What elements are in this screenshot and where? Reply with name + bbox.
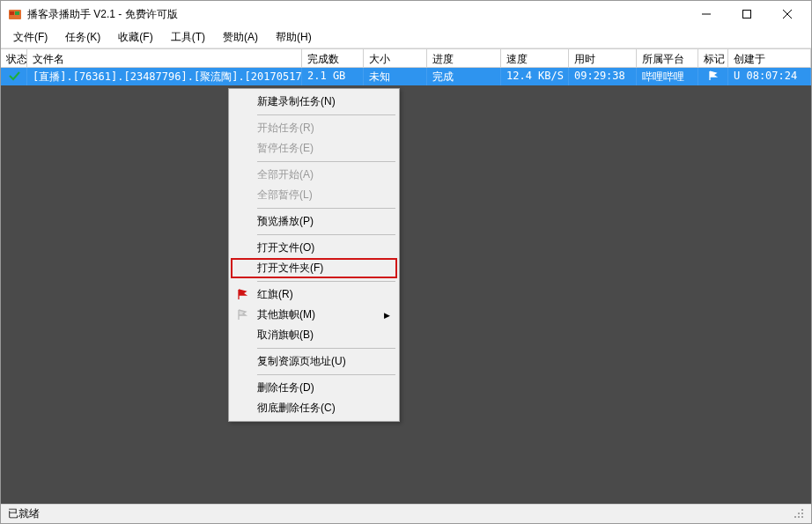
close-button[interactable] (767, 1, 808, 27)
ctx-delete[interactable]: 删除任务(D) (231, 378, 397, 398)
ctx-sep (257, 374, 395, 375)
ctx-sep (257, 114, 395, 115)
resize-grip-icon[interactable] (792, 506, 804, 521)
svg-point-7 (801, 509, 803, 511)
col-plat[interactable]: 所属平台 (637, 49, 698, 67)
menu-fav[interactable]: 收藏(F) (114, 28, 156, 47)
col-name[interactable]: 文件名 (27, 49, 302, 67)
menu-help[interactable]: 帮助(H) (272, 28, 315, 47)
ctx-delete-full[interactable]: 彻底删除任务(C) (231, 398, 397, 418)
cell-plat: 哔哩哔哩 (637, 68, 698, 85)
svg-point-11 (798, 516, 800, 518)
ctx-preview[interactable]: 预览播放(P) (231, 211, 397, 232)
ctx-copy-url[interactable]: 复制资源页地址(U) (231, 351, 397, 372)
table-row[interactable]: [直播].[76361].[23487796].[聚流陶].[20170517O… (1, 68, 811, 85)
menu-file[interactable]: 文件(F) (10, 28, 51, 47)
ctx-start-all[interactable]: 全部开始(A) (231, 165, 397, 185)
ctx-sep (257, 208, 395, 209)
col-flag[interactable]: 标记 (698, 49, 728, 67)
col-prog[interactable]: 进度 (427, 49, 501, 67)
col-time[interactable]: 用时 (569, 49, 637, 67)
cell-status (1, 68, 27, 85)
table-header: 状态 文件名 完成数 大小 进度 速度 用时 所属平台 标记 创建于 (1, 48, 811, 68)
cell-size: 未知 (364, 68, 427, 85)
cell-name: [直播].[76361].[23487796].[聚流陶].[20170517O… (27, 68, 302, 85)
col-done[interactable]: 完成数 (302, 49, 364, 67)
cell-speed: 12.4 KB/S (501, 68, 569, 85)
titlebar: 播客录播助手 V2.1 - 免费许可版 (1, 1, 811, 27)
ctx-sep (257, 281, 395, 282)
ctx-start[interactable]: 开始任务(R) (231, 118, 397, 138)
submenu-arrow-icon: ▶ (384, 311, 390, 320)
window-controls (686, 1, 808, 27)
svg-point-8 (798, 513, 800, 514)
col-size[interactable]: 大小 (364, 49, 427, 67)
ctx-sep (257, 348, 395, 349)
ctx-red-flag[interactable]: 红旗(R) (231, 284, 397, 305)
ctx-cancel-flag[interactable]: 取消旗帜(B) (231, 325, 397, 345)
ctx-pause[interactable]: 暂停任务(E) (231, 138, 397, 159)
menu-sponsor[interactable]: 赞助(A) (219, 28, 262, 47)
flag-icon (708, 70, 719, 84)
ctx-open-folder[interactable]: 打开文件夹(F) (231, 258, 397, 278)
ctx-open-file[interactable]: 打开文件(O) (231, 238, 397, 258)
menu-task[interactable]: 任务(K) (62, 28, 104, 47)
checkmark-icon (8, 70, 20, 85)
maximize-button[interactable] (727, 1, 767, 27)
ctx-pause-all[interactable]: 全部暂停(L) (231, 185, 397, 205)
col-created[interactable]: 创建于 (728, 49, 811, 67)
ctx-sep (257, 161, 395, 162)
svg-point-9 (801, 513, 803, 514)
table-body: [直播].[76361].[23487796].[聚流陶].[20170517O… (1, 68, 811, 504)
cell-prog: 完成 (427, 68, 501, 85)
svg-rect-2 (15, 11, 19, 15)
ctx-new-record[interactable]: 新建录制任务(N) (231, 92, 397, 112)
ctx-other-flag[interactable]: 其他旗帜(M) ▶ (231, 305, 397, 325)
cell-time: 09:29:38 (569, 68, 637, 85)
minimize-button[interactable] (686, 1, 727, 27)
ctx-other-flag-label: 其他旗帜(M) (257, 307, 315, 322)
svg-point-10 (794, 516, 796, 518)
svg-point-12 (801, 516, 803, 518)
col-status[interactable]: 状态 (1, 49, 27, 67)
menu-tools[interactable]: 工具(T) (167, 28, 209, 47)
svg-rect-1 (10, 11, 14, 15)
window-title: 播客录播助手 V2.1 - 免费许可版 (27, 7, 686, 22)
flag-grey-icon (236, 308, 250, 322)
ctx-sep (257, 234, 395, 235)
menubar: 文件(F) 任务(K) 收藏(F) 工具(T) 赞助(A) 帮助(H) (1, 27, 811, 48)
col-speed[interactable]: 速度 (501, 49, 569, 67)
flag-red-icon (236, 288, 250, 302)
statusbar: 已就绪 (1, 504, 811, 523)
svg-rect-4 (743, 11, 751, 18)
status-text: 已就绪 (8, 506, 40, 521)
cell-flag (698, 68, 728, 85)
context-menu: 新建录制任务(N) 开始任务(R) 暂停任务(E) 全部开始(A) 全部暂停(L… (228, 88, 400, 422)
ctx-red-flag-label: 红旗(R) (257, 287, 293, 302)
cell-done: 2.1 GB (302, 68, 364, 85)
cell-created: U 08:07:24 (728, 68, 811, 85)
app-icon (8, 7, 22, 21)
